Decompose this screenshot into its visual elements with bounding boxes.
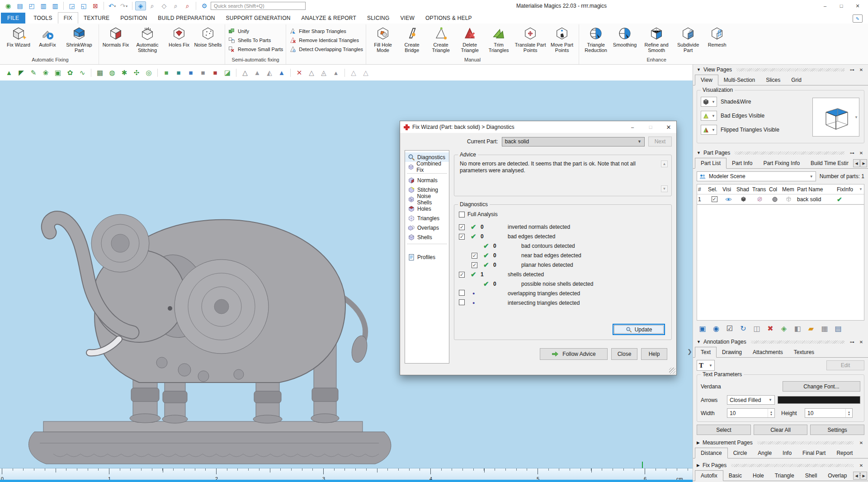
machine-icon[interactable]: ▦ <box>819 323 830 335</box>
triangle-grey2-icon[interactable]: △ <box>306 67 317 78</box>
pin-icon[interactable]: ⊶ <box>849 67 855 72</box>
inverted-normals-checkbox[interactable]: ✓ <box>459 224 465 230</box>
red-cube-icon[interactable]: ■ <box>210 67 221 78</box>
triangle-delete-icon[interactable]: ✕ <box>294 67 305 78</box>
width-stepper[interactable]: 10 ▲▼ <box>727 408 775 418</box>
nav-overlaps[interactable]: Overlaps <box>405 223 449 232</box>
tab-distance[interactable]: Distance <box>695 448 728 458</box>
triangle-blue-icon[interactable]: ▲ <box>276 67 287 78</box>
zoom-part-icon[interactable]: ◇ <box>159 1 170 10</box>
autofix-button[interactable]: AutoFix <box>33 24 61 47</box>
reload-parts-icon[interactable]: ↻ <box>737 323 749 335</box>
tab-text[interactable]: Text <box>695 347 717 358</box>
tab-multi-section[interactable]: Multi-Section <box>718 75 760 85</box>
tab-shell[interactable]: Shell <box>800 471 823 481</box>
tab-angle[interactable]: Angle <box>752 448 777 458</box>
visibility-eye-icon[interactable] <box>722 197 736 202</box>
part-list-empty-area[interactable] <box>697 205 864 321</box>
full-analysis-checkbox[interactable] <box>459 212 465 217</box>
dialog-minimize-button[interactable]: – <box>625 122 640 132</box>
tab-grid[interactable]: Grid <box>786 75 807 85</box>
zoom-fit-icon[interactable]: ◈ <box>135 1 146 10</box>
mark-va-cube-icon[interactable]: ▦ <box>94 67 105 78</box>
panel-drag-handle[interactable] <box>736 68 844 71</box>
trim-triangles-button[interactable]: Trim Triangles <box>485 24 513 53</box>
mark-drop-cube-icon[interactable]: ◍ <box>107 67 118 78</box>
move-part-points-button[interactable]: Move Part Points <box>548 24 576 53</box>
zoom-user-icon[interactable]: ⌕ <box>147 1 158 10</box>
tab-view[interactable]: View <box>695 75 718 85</box>
scene-select[interactable]: Modeler Scene ▼ <box>697 171 816 181</box>
chevron-down-icon[interactable]: ▼ <box>854 115 858 119</box>
menu-tools[interactable]: TOOLS <box>28 13 57 24</box>
panel-collapse-chevron[interactable]: ❯ <box>687 348 692 355</box>
save-as-icon[interactable]: ▥ <box>50 1 61 10</box>
visible-parts-icon[interactable]: ◉ <box>710 323 722 335</box>
overlapping-triangles-checkbox[interactable] <box>459 290 465 296</box>
update-button[interactable]: Update <box>613 324 665 335</box>
elephant-model[interactable] <box>26 190 392 468</box>
current-part-select[interactable]: back solid▼ <box>502 137 645 146</box>
panel-drag-handle[interactable] <box>731 464 854 467</box>
tab-final-part[interactable]: Final Part <box>797 448 831 458</box>
tab-report[interactable]: Report <box>831 448 858 458</box>
menu-analyze-report[interactable]: ANALYZE & REPORT <box>296 13 362 24</box>
teal-cube-icon[interactable]: ■ <box>173 67 184 78</box>
tab-basic[interactable]: Basic <box>723 471 747 481</box>
tab-attachments[interactable]: Attachments <box>747 347 788 357</box>
new-file-icon[interactable]: ▤ <box>14 1 25 10</box>
menu-view[interactable]: VIEW <box>395 13 420 24</box>
create-triangle-button[interactable]: Create Triangle <box>427 24 455 53</box>
quick-search-input[interactable] <box>211 2 306 10</box>
menu-build-preparation[interactable]: BUILD PREPARATION <box>152 13 220 24</box>
window-maximize-button[interactable]: □ <box>834 1 849 11</box>
near-bad-edges-checkbox[interactable]: ✓ <box>472 253 477 259</box>
save-list-icon[interactable]: ▤ <box>832 323 844 335</box>
import-part-icon[interactable]: ◲ <box>66 1 77 10</box>
part-select-checkbox[interactable]: ✓ <box>712 196 717 202</box>
duplicate-parts-icon[interactable]: ◫ <box>751 323 763 335</box>
dialog-close-icon[interactable]: ✕ <box>661 122 676 132</box>
triangle-pale2-icon[interactable]: △ <box>360 67 371 78</box>
find-part-icon[interactable]: ◈ <box>778 323 790 335</box>
close-icon[interactable]: ✕ <box>858 151 864 156</box>
panel-drag-handle[interactable] <box>751 340 844 344</box>
menu-slicing[interactable]: SLICING <box>362 13 395 24</box>
chevron-down-icon[interactable]: ▼ <box>858 187 864 191</box>
expand-triangle-icon[interactable]: ▶ <box>697 463 700 468</box>
planar-holes-checkbox[interactable]: ✓ <box>472 262 477 268</box>
zoom-in-icon[interactable]: ⌕ <box>170 1 181 10</box>
mark-free-icon[interactable]: ✿ <box>65 67 75 78</box>
pin-icon[interactable]: ⊶ <box>849 151 855 156</box>
menu-position[interactable]: POSITION <box>115 13 152 24</box>
panel-drag-handle[interactable] <box>735 151 844 155</box>
tab-part-fixing-info[interactable]: Part Fixing Info <box>758 158 805 168</box>
part-to-platform-icon[interactable]: ◧ <box>792 323 803 335</box>
color-circle-icon[interactable] <box>768 197 781 202</box>
arrow-color-swatch[interactable] <box>778 396 860 404</box>
mark-star-cube-icon[interactable]: ✣ <box>131 67 142 78</box>
remove-small-parts-button[interactable]: Remove Small Parts <box>228 45 283 53</box>
tab-drawing[interactable]: Drawing <box>717 347 747 357</box>
shading-cube-icon[interactable] <box>736 196 751 202</box>
bad-edges-select[interactable]: ▼ <box>701 111 717 121</box>
panel-drag-handle[interactable] <box>757 441 854 444</box>
nav-normals[interactable]: Normals <box>405 175 449 185</box>
mark-ball-cube-icon[interactable]: ◎ <box>143 67 154 78</box>
close-icon[interactable]: ✕ <box>858 67 864 72</box>
dialog-resize-grip[interactable] <box>669 368 675 374</box>
collapse-triangle-icon[interactable]: ▼ <box>697 151 701 155</box>
menu-fix[interactable]: FIX <box>58 12 78 24</box>
tab-build-time-estimation[interactable]: Build Time Estimation <box>805 158 849 168</box>
memory-cube-icon[interactable] <box>781 196 796 202</box>
shells-checkbox[interactable]: ✓ <box>459 272 465 278</box>
automatic-stitching-button[interactable]: Automatic Stitching <box>131 24 164 53</box>
mark-triangle-icon[interactable]: ▲ <box>4 67 14 78</box>
remesh-button[interactable]: Remesh <box>703 24 731 47</box>
open-file-icon[interactable]: ◰ <box>26 1 37 10</box>
redo-icon[interactable]: ↷▾ <box>118 1 129 10</box>
part-row-back-solid[interactable]: 1 ✓ back solid ✔ <box>697 194 864 204</box>
tab-scroll-right-icon[interactable]: ▶ <box>860 159 867 167</box>
delete-part-icon[interactable]: ✖ <box>764 323 776 335</box>
mark-brush-icon[interactable]: ✎ <box>28 67 39 78</box>
